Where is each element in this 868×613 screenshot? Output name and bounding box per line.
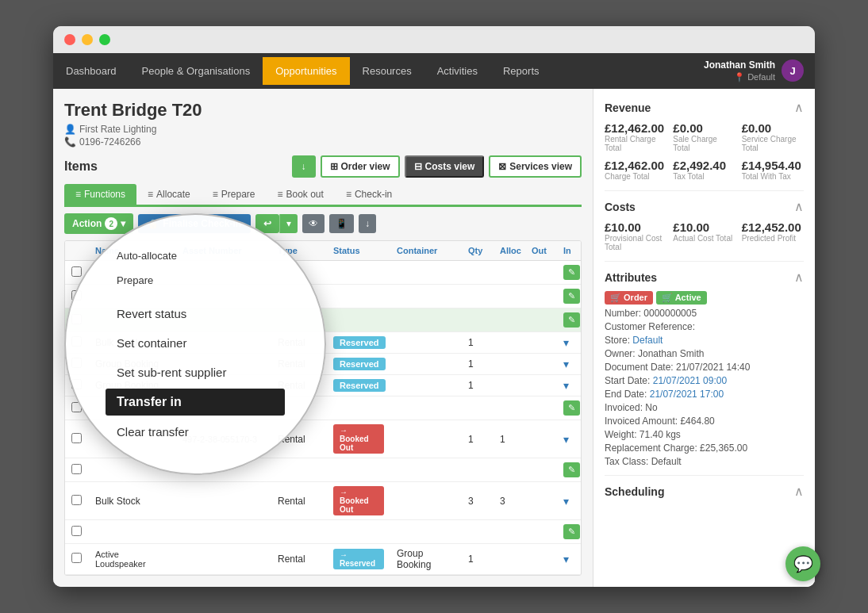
costs-toggle[interactable]: ∧	[794, 199, 804, 214]
user-location: 📍 Default	[704, 71, 775, 82]
col-qty[interactable]: Qty	[462, 241, 494, 260]
divider3	[605, 475, 804, 476]
attributes-toggle[interactable]: ∧	[794, 270, 804, 285]
items-title: Items	[64, 159, 98, 174]
row-check[interactable]	[71, 526, 82, 536]
divider	[605, 190, 804, 191]
nav-dashboard[interactable]: Dashboard	[53, 57, 129, 85]
tablet-button[interactable]: 📱	[329, 214, 354, 233]
items-buttons: ↓ ⊞ Order view ⊟ Costs view ⊠ Services v…	[292, 155, 582, 178]
tab-allocate[interactable]: ≡ Allocate	[136, 184, 202, 205]
menu-set-sub-rent[interactable]: Set sub-rent supplier	[106, 359, 285, 385]
user-details: Jonathan Smith 📍 Default	[704, 59, 775, 83]
tab-functions[interactable]: ≡ Functions	[64, 184, 136, 205]
col-out[interactable]: Out	[525, 241, 557, 260]
sale-charge-amount: £0.00	[673, 121, 735, 135]
page-title: Trent Bridge T20	[64, 100, 582, 121]
row-check[interactable]	[71, 495, 82, 505]
nav-activities[interactable]: Activities	[424, 57, 490, 85]
row-action-btn[interactable]: ✎	[563, 289, 580, 304]
table-row: Bulk Stock Rental → Booked Out 3 3 ▾	[65, 482, 581, 520]
attr-number: Number: 0000000005	[605, 308, 804, 319]
tax-total-label: Tax Total	[673, 172, 735, 181]
status-badge: Reserved	[333, 336, 386, 349]
chat-button[interactable]: 💬	[785, 546, 820, 581]
org-name: First Rate Lighting	[79, 124, 156, 135]
total-with-tax-amount: £14,954.40	[742, 159, 804, 172]
status-badge: Reserved	[333, 379, 386, 392]
rental-charge-amount: £12,462.00	[605, 121, 666, 135]
nav-reports[interactable]: Reports	[490, 57, 552, 85]
service-charge-label: Service Charge Total	[742, 135, 804, 152]
tab-prepare-label: Prepare	[221, 189, 255, 200]
table-row: ✎	[65, 520, 581, 544]
row-action-btn[interactable]: ✎	[563, 524, 580, 539]
close-button[interactable]	[64, 34, 75, 45]
right-panel: Revenue ∧ £12,462.00 Rental Charge Total…	[593, 89, 815, 587]
row-expand-btn[interactable]: ▾	[563, 495, 569, 508]
revenue-item-service: £0.00 Service Charge Total	[742, 121, 804, 152]
row-check[interactable]	[71, 553, 82, 563]
maximize-button[interactable]	[99, 34, 110, 45]
status-badge: → Booked Out	[333, 424, 384, 454]
phone-icon: 📞	[64, 136, 76, 148]
cost-item-profit: £12,452.00 Predicted Profit	[742, 220, 804, 251]
attr-customer-ref: Customer Reference:	[605, 321, 804, 332]
actual-cost-label: Actual Cost Total	[673, 234, 735, 243]
state-badges: 🛒 Order 🛒 Active	[605, 291, 804, 305]
phone-info: 📞 0196-7246266	[64, 136, 582, 148]
predicted-profit-amount: £12,452.00	[742, 220, 804, 234]
row-expand-btn[interactable]: ▾	[563, 336, 569, 349]
nav-opportunities[interactable]: Opportunities	[263, 57, 349, 85]
services-view-label: Services view	[509, 161, 572, 172]
tab-prepare[interactable]: ≡ Prepare	[202, 184, 267, 205]
col-status[interactable]: Status	[327, 241, 390, 260]
main-content: Trent Bridge T20 👤 First Rate Lighting 📞…	[53, 89, 815, 587]
navbar: Dashboard People & Organisations Opportu…	[53, 53, 815, 90]
row-action-btn[interactable]: ✎	[563, 312, 580, 328]
row-action-btn[interactable]: ✎	[563, 400, 580, 416]
nav-people-orgs[interactable]: People & Organisations	[129, 57, 263, 85]
col-container[interactable]: Container	[390, 241, 462, 260]
tab-allocate-label: Allocate	[156, 189, 190, 200]
predicted-profit-label: Predicted Profit	[742, 234, 804, 243]
services-view-button[interactable]: ⊠ Services view	[489, 155, 582, 178]
order-view-label: Order view	[341, 161, 390, 172]
row-action-btn[interactable]: ✎	[563, 462, 580, 477]
row-expand-btn[interactable]: ▾	[563, 433, 569, 446]
row-expand-btn[interactable]: ▾	[563, 358, 569, 370]
row-action-btn[interactable]: ✎	[563, 265, 580, 280]
tab-prepare-icon: ≡	[213, 189, 218, 200]
nav-resources[interactable]: Resources	[350, 57, 424, 85]
download-button[interactable]: ↓	[292, 155, 316, 178]
menu-revert-status[interactable]: Revert status	[106, 301, 285, 327]
cost-item-actual: £10.00 Actual Cost Total	[673, 220, 735, 251]
tab-check-in[interactable]: ≡ Check-in	[335, 184, 403, 205]
nav-items: Dashboard People & Organisations Opportu…	[53, 57, 552, 85]
row-expand-btn[interactable]: ▾	[563, 379, 569, 392]
col-alloc[interactable]: Alloc	[494, 241, 525, 260]
attr-doc-date: Document Date: 21/07/2021 14:40	[605, 362, 804, 373]
menu-auto-allocate[interactable]: Auto-allocate	[106, 243, 285, 268]
costs-view-button[interactable]: ⊟ Costs view	[405, 155, 485, 178]
scheduling-toggle[interactable]: ∧	[794, 484, 804, 499]
avatar: J	[782, 59, 804, 82]
menu-transfer-in[interactable]: Transfer in	[106, 389, 285, 416]
menu-clear-transfer[interactable]: Clear transfer	[106, 419, 285, 445]
revenue-toggle[interactable]: ∧	[794, 100, 804, 115]
tax-total-amount: £2,492.40	[673, 159, 735, 172]
scheduling-section-header: Scheduling ∧	[605, 484, 804, 499]
menu-prepare[interactable]: Prepare	[106, 268, 285, 293]
attr-owner: Owner: Jonathan Smith	[605, 348, 804, 359]
col-in[interactable]: In	[557, 241, 581, 260]
items-header: Items ↓ ⊞ Order view ⊟ Costs view ⊠ Serv…	[64, 155, 582, 178]
menu-set-container[interactable]: Set container	[106, 330, 285, 356]
download-toolbar-button[interactable]: ↓	[359, 214, 376, 233]
row-expand-btn[interactable]: ▾	[563, 553, 569, 565]
order-view-button[interactable]: ⊞ Order view	[321, 155, 400, 178]
minimize-button[interactable]	[82, 34, 93, 45]
attr-invoiced: Invoiced: No	[605, 402, 804, 413]
tab-book-out[interactable]: ≡ Book out	[266, 184, 334, 205]
attr-store: Store: Default	[605, 335, 804, 346]
costs-view-icon: ⊟	[414, 161, 422, 172]
